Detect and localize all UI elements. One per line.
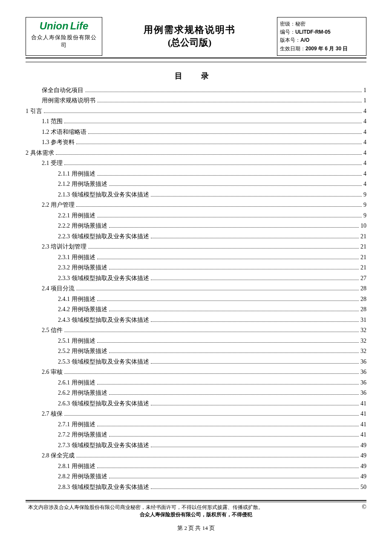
- toc-row: 2.4.1 用例描述28: [26, 294, 366, 305]
- header-left-box: Union Life 合众人寿保险股份有限公司: [26, 17, 102, 56]
- toc-page: 41: [360, 430, 366, 440]
- toc-row: 2.2.1 用例描述9: [26, 211, 366, 221]
- toc-dots: [109, 311, 359, 311]
- toc-page: 41: [360, 419, 366, 430]
- toc-row: 2.3.3 领域模型抽取及业务实体描述27: [26, 273, 366, 284]
- toc-page: 21: [360, 263, 366, 273]
- toc-row: 2.1.3 领域模型抽取及业务实体描述9: [26, 190, 366, 200]
- toc-page: 36: [360, 378, 366, 388]
- toc-row: 2.2.2 用例场景描述10: [26, 221, 366, 231]
- toc-label: 2.7.2 用例场景描述: [58, 430, 107, 440]
- toc-dots: [44, 113, 362, 113]
- meta-version-value: A/O: [300, 37, 309, 43]
- toc-dots: [76, 144, 362, 144]
- toc-label: 2.2.3 领域模型抽取及业务实体描述: [58, 231, 149, 242]
- toc-label: 2.6.3 领域模型抽取及业务实体描述: [58, 399, 149, 409]
- document-header: Union Life 合众人寿保险股份有限公司 用例需求规格说明书 (总公司版)…: [26, 17, 366, 58]
- toc-page: 36: [360, 367, 366, 378]
- toc-page: 4: [363, 137, 366, 148]
- toc-label: 1 引言: [26, 106, 42, 117]
- toc-page: 41: [360, 409, 366, 419]
- toc-label: 2.6 审核: [42, 367, 63, 378]
- toc-row: 2 具体需求4: [26, 148, 366, 159]
- toc-row: 2.5.1 用例描述32: [26, 336, 366, 347]
- toc-page: 21: [360, 231, 366, 242]
- toc-page: 1: [363, 95, 366, 106]
- toc-row: 2.4.3 领域模型抽取及业务实体描述31: [26, 315, 366, 326]
- toc-page: 41: [360, 399, 366, 409]
- toc-row: 用例需求规格说明书1: [26, 95, 366, 106]
- footer-line1: 本文内容涉及合众人寿保险股份有限公司商业秘密，未经书面许可，不得以任何形式披露、…: [26, 504, 366, 511]
- meta-date: 生效日期：2009 年 6 月 30 日: [280, 45, 363, 53]
- footer-rule-thick: [26, 500, 366, 501]
- toc-page: 49: [360, 440, 366, 451]
- toc-label: 2.8 保全完成: [42, 451, 75, 461]
- meta-code-value: ULITDF-RM-05: [295, 29, 331, 35]
- meta-code-label: 编号：: [280, 29, 295, 35]
- toc-row: 2.2 用户管理9: [26, 200, 366, 211]
- toc-row: 2.8.1 用例描述49: [26, 461, 366, 472]
- toc-row: 2.1.1 用例描述4: [26, 169, 366, 179]
- toc-page: 4: [363, 116, 366, 127]
- toc-label: 2.2.1 用例描述: [58, 211, 95, 221]
- toc-page: 36: [360, 357, 366, 367]
- toc-label: 2.5.1 用例描述: [58, 336, 95, 347]
- toc-page: 9: [363, 190, 366, 200]
- footer: © 本文内容涉及合众人寿保险股份有限公司商业秘密，未经书面许可，不得以任何形式披…: [26, 500, 366, 532]
- toc-dots: [109, 478, 359, 478]
- header-right-meta: 密级：秘密 编号：ULITDF-RM-05 版本号：A/O 生效日期：2009 …: [277, 17, 366, 56]
- toc-label: 2.2 用户管理: [42, 200, 75, 211]
- meta-secrecy: 密级：秘密: [280, 20, 363, 28]
- toc-row: 保全自动化项目1: [26, 85, 366, 96]
- toc-dots: [151, 405, 359, 405]
- toc-label: 2.3.1 用例描述: [58, 252, 95, 263]
- toc-dots: [109, 353, 359, 353]
- toc-label: 2.5 信件: [42, 325, 63, 336]
- toc-page: 49: [360, 461, 366, 472]
- toc-row: 2.5 信件32: [26, 325, 366, 336]
- toc-dots: [151, 280, 359, 280]
- toc-dots: [85, 92, 362, 92]
- toc-dots: [151, 447, 359, 447]
- toc-label: 2.1 受理: [42, 158, 63, 169]
- toc-row: 2.5.3 领域模型抽取及业务实体描述36: [26, 357, 366, 367]
- toc-page: 4: [363, 158, 366, 169]
- toc-label: 2.2.2 用例场景描述: [58, 221, 107, 231]
- toc-label: 1.2 术语和缩略语: [42, 127, 86, 138]
- toc-label: 1.1 范围: [42, 116, 63, 127]
- toc-page: 28: [360, 294, 366, 305]
- toc-label: 2.6.2 用例场景描述: [58, 388, 107, 399]
- meta-version-label: 版本号：: [280, 37, 300, 43]
- footer-rule-thin: [26, 502, 366, 502]
- meta-code: 编号：ULITDF-RM-05: [280, 28, 363, 36]
- toc-dots: [151, 489, 359, 489]
- toc-row: 1.3 参考资料4: [26, 137, 366, 148]
- toc-row: 2.6.1 用例描述36: [26, 378, 366, 388]
- toc-row: 2.7.1 用例描述41: [26, 419, 366, 430]
- toc-row: 1.2 术语和缩略语4: [26, 127, 366, 138]
- toc-label: 2 具体需求: [26, 148, 54, 159]
- toc-title: 目 录: [26, 71, 366, 81]
- toc-label: 1.3 参考资料: [42, 137, 75, 148]
- toc-row: 2.8.3 领域模型抽取及业务实体描述50: [26, 482, 366, 493]
- toc-page: 1: [363, 85, 366, 96]
- toc-label: 2.8.2 用例场景描述: [58, 471, 107, 482]
- document-subtitle: (总公司版): [102, 36, 277, 49]
- toc-dots: [64, 332, 359, 332]
- meta-date-value: 2009 年 6 月 30 日: [306, 46, 348, 52]
- toc-page: 10: [360, 221, 366, 231]
- toc-dots: [76, 290, 359, 290]
- toc-dots: [88, 133, 362, 134]
- toc-page: 32: [360, 346, 366, 357]
- toc-dots: [151, 196, 362, 197]
- toc-dots: [76, 457, 359, 457]
- toc-label: 2.5.2 用例场景描述: [58, 346, 107, 357]
- toc-label: 2.5.3 领域模型抽取及业务实体描述: [58, 357, 149, 367]
- toc-label: 2.3.3 领域模型抽取及业务实体描述: [58, 273, 149, 284]
- toc-row: 2.7.3 领域模型抽取及业务实体描述49: [26, 440, 366, 451]
- toc-dots: [109, 436, 359, 436]
- toc-row: 2.1.2 用例场景描述4: [26, 179, 366, 190]
- toc-label: 2.8.1 用例描述: [58, 461, 95, 472]
- toc-dots: [109, 227, 359, 228]
- footer-text: © 本文内容涉及合众人寿保险股份有限公司商业秘密，未经书面许可，不得以任何形式披…: [26, 504, 366, 518]
